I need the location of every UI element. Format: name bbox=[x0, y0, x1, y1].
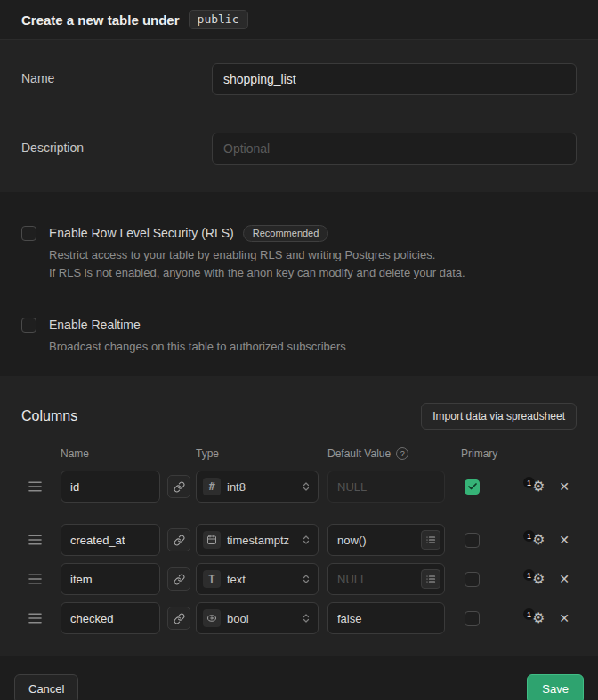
chevron-updown-icon bbox=[301, 534, 311, 546]
columns-title: Columns bbox=[21, 408, 77, 424]
primary-checkbox[interactable] bbox=[465, 572, 480, 587]
primary-checkbox[interactable] bbox=[465, 479, 480, 495]
rls-desc-line1: Restrict access to your table by enablin… bbox=[49, 246, 465, 264]
header-primary: Primary bbox=[461, 447, 497, 460]
foreign-key-link-icon[interactable] bbox=[167, 528, 190, 551]
foreign-key-link-icon[interactable] bbox=[167, 567, 190, 591]
realtime-row: Enable Realtime Broadcast changes on thi… bbox=[21, 316, 577, 356]
remove-column-icon[interactable]: ✕ bbox=[557, 479, 571, 495]
realtime-desc: Broadcast changes on this table to autho… bbox=[49, 338, 346, 356]
column-row-item: T text 1 ⚙ ✕ bbox=[21, 563, 577, 595]
calendar-icon bbox=[203, 531, 221, 549]
cancel-button[interactable]: Cancel bbox=[14, 674, 78, 700]
realtime-text: Enable Realtime Broadcast changes on thi… bbox=[49, 316, 346, 356]
drag-handle-icon[interactable] bbox=[28, 535, 46, 545]
description-label: Description bbox=[21, 133, 212, 155]
panel-title: Create a new table under bbox=[21, 12, 180, 28]
create-table-panel: Create a new table under public Name Des… bbox=[0, 0, 598, 700]
default-value-input[interactable] bbox=[327, 602, 445, 634]
bool-icon bbox=[203, 609, 221, 627]
foreign-key-link-icon[interactable] bbox=[167, 607, 190, 630]
column-type-select[interactable]: bool bbox=[196, 602, 319, 634]
realtime-checkbox[interactable] bbox=[21, 318, 36, 333]
column-name-input[interactable] bbox=[61, 563, 160, 595]
hash-icon: # bbox=[203, 478, 221, 495]
foreign-key-link-icon[interactable] bbox=[167, 475, 190, 498]
realtime-label: Enable Realtime bbox=[49, 316, 141, 334]
rls-desc-line2: If RLS is not enabled, anyone with the a… bbox=[49, 264, 465, 282]
columns-table-headers: Name Type Default Value ? Primary bbox=[21, 447, 577, 460]
columns-section: Columns Import data via spreadsheet Name… bbox=[0, 376, 598, 656]
default-value-wrap bbox=[327, 563, 445, 595]
column-name-input[interactable] bbox=[61, 471, 160, 503]
description-row: Description bbox=[21, 133, 577, 165]
recommended-badge: Recommended bbox=[243, 225, 329, 242]
column-settings-button[interactable]: 1 ⚙ bbox=[525, 572, 545, 586]
import-spreadsheet-button[interactable]: Import data via spreadsheet bbox=[421, 403, 577, 430]
columns-header: Columns Import data via spreadsheet bbox=[21, 403, 577, 430]
remove-column-icon[interactable]: ✕ bbox=[557, 610, 571, 626]
primary-checkbox[interactable] bbox=[465, 533, 480, 548]
column-type-select[interactable]: T text bbox=[196, 563, 319, 595]
column-row-id: # int8 1 ⚙ ✕ bbox=[21, 471, 577, 503]
primary-checkbox[interactable] bbox=[465, 611, 480, 626]
header-default-value: Default Value ? bbox=[327, 447, 461, 460]
schema-badge: public bbox=[189, 10, 248, 29]
column-row-checked: bool 1 ⚙ ✕ bbox=[21, 602, 577, 634]
chevron-updown-icon bbox=[301, 573, 311, 585]
column-name-input[interactable] bbox=[61, 524, 160, 556]
default-options-list-icon[interactable] bbox=[421, 569, 440, 589]
column-settings-button[interactable]: 1 ⚙ bbox=[525, 533, 545, 547]
rls-checkbox[interactable] bbox=[21, 226, 36, 241]
default-options-list-icon[interactable] bbox=[421, 530, 440, 550]
panel-footer: Cancel Save bbox=[0, 656, 598, 700]
description-input[interactable] bbox=[212, 133, 577, 165]
header-type: Type bbox=[196, 447, 327, 460]
toggles-section: Enable Row Level Security (RLS) Recommen… bbox=[0, 192, 598, 376]
column-row-created-at: timestamptz 1 ⚙ ✕ bbox=[21, 524, 577, 556]
text-icon: T bbox=[203, 570, 221, 588]
column-settings-button[interactable]: 1 ⚙ bbox=[525, 479, 545, 494]
column-settings-button[interactable]: 1 ⚙ bbox=[525, 611, 545, 625]
remove-column-icon[interactable]: ✕ bbox=[557, 532, 571, 548]
chevron-updown-icon bbox=[301, 480, 311, 493]
rls-text: Enable Row Level Security (RLS) Recommen… bbox=[49, 224, 465, 282]
drag-handle-icon[interactable] bbox=[28, 574, 46, 584]
default-value-wrap bbox=[327, 602, 445, 634]
column-type-select[interactable]: timestamptz bbox=[196, 524, 319, 556]
name-label: Name bbox=[21, 63, 212, 85]
remove-column-icon[interactable]: ✕ bbox=[557, 571, 571, 587]
name-row: Name bbox=[21, 63, 577, 95]
drag-handle-icon[interactable] bbox=[28, 481, 46, 492]
drag-handle-icon[interactable] bbox=[28, 613, 46, 624]
panel-header: Create a new table under public bbox=[0, 0, 598, 40]
rls-row: Enable Row Level Security (RLS) Recommen… bbox=[21, 224, 577, 282]
rls-label: Enable Row Level Security (RLS) bbox=[49, 224, 234, 242]
table-form-section: Name Description bbox=[0, 40, 598, 192]
name-input[interactable] bbox=[212, 63, 577, 95]
default-value-wrap bbox=[327, 471, 445, 503]
help-icon[interactable]: ? bbox=[396, 447, 408, 460]
chevron-updown-icon bbox=[301, 612, 311, 624]
default-value-wrap bbox=[327, 524, 445, 556]
default-value-input bbox=[327, 471, 445, 503]
column-type-select[interactable]: # int8 bbox=[196, 471, 319, 503]
save-button[interactable]: Save bbox=[527, 674, 584, 700]
header-name: Name bbox=[61, 447, 196, 460]
column-name-input[interactable] bbox=[61, 602, 160, 634]
